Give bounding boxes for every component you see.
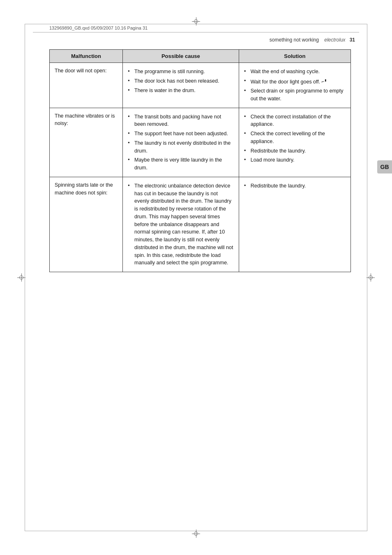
malfunction-cell-2: The machine vibrates or is noisy: (50, 108, 123, 177)
cause-item: The support feet have not been adjusted. (128, 129, 234, 139)
cause-item: There is water in the drum. (128, 86, 234, 95)
cause-item: The laundry is not evenly distributed in… (128, 139, 234, 156)
solution-cell-3: Redistribute the laundry. (239, 177, 350, 272)
cause-list-2: The transit bolts and packing have not b… (128, 112, 234, 173)
solution-item: Redistribute the laundry. (244, 146, 346, 156)
door-lock-icon: ⌐▮ (322, 77, 327, 86)
cause-item: Maybe there is very little laundry in th… (128, 155, 234, 173)
table-row: Spinning starts late or the machine does… (50, 177, 351, 272)
cause-item: The transit bolts and packing have not b… (128, 112, 234, 130)
solution-cell-2: Check the correct installation of the ap… (239, 108, 350, 177)
cause-cell-3: The electronic unbalance detection devic… (123, 177, 239, 272)
cause-list-3: The electronic unbalance detection devic… (128, 181, 234, 268)
header-divider (33, 32, 359, 32)
crosshair-top (192, 17, 200, 25)
cause-item: The door lock has not been released. (128, 76, 234, 86)
solution-list-2: Check the correct installation of the ap… (244, 112, 346, 165)
solution-item: Select drain or spin programme to empty … (244, 86, 346, 104)
solution-list-3: Redistribute the laundry. (244, 181, 346, 191)
cause-item: The electronic unbalance detection devic… (128, 181, 234, 268)
cause-item: The programme is still running. (128, 67, 234, 76)
crosshair-right (367, 273, 375, 282)
table-row: The machine vibrates or is noisy: The tr… (50, 108, 351, 177)
solution-cell-1: Wait the end of washing cycle. Wait for … (239, 63, 350, 108)
solution-item: Load more laundry. (244, 155, 346, 165)
solution-item: Check the correct levelling of the appli… (244, 129, 346, 146)
col-header-cause: Possible cause (123, 50, 239, 63)
section-label: something not working (270, 37, 319, 43)
crosshair-left (17, 273, 25, 282)
page-number: 31 (350, 37, 355, 43)
table-row: The door will not open: The programme is… (50, 63, 351, 108)
malfunction-cell-3: Spinning starts late or the machine does… (50, 177, 123, 272)
main-content: Malfunction Possible cause Solution The … (49, 45, 351, 522)
solution-item: Wait for the door light goes off. ⌐▮ (244, 76, 346, 86)
solution-list-1: Wait the end of washing cycle. Wait for … (244, 67, 346, 104)
solution-item: Wait the end of washing cycle. (244, 67, 346, 76)
crosshair-bottom (192, 530, 200, 538)
cause-cell-1: The programme is still running. The door… (123, 63, 239, 108)
gb-tab: GB (377, 160, 392, 173)
solution-item: Check the correct installation of the ap… (244, 112, 346, 130)
page-header: something not working electrolux 31 (270, 37, 355, 43)
cause-cell-2: The transit bolts and packing have not b… (123, 108, 239, 177)
solution-item: Redistribute the laundry. (244, 181, 346, 191)
brand-label: electrolux (324, 37, 345, 43)
malfunction-cell-1: The door will not open: (50, 63, 123, 108)
cause-list-1: The programme is still running. The door… (128, 67, 234, 95)
col-header-solution: Solution (239, 50, 350, 63)
file-info: 132969890_GB.qxd 05/09/2007 10.16 Pagina… (49, 25, 148, 30)
troubleshoot-table: Malfunction Possible cause Solution The … (49, 49, 351, 272)
col-header-malfunction: Malfunction (50, 50, 123, 63)
